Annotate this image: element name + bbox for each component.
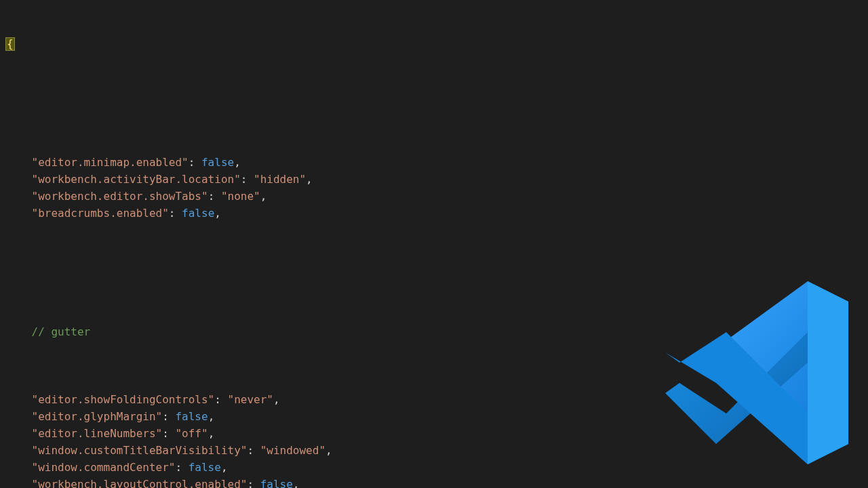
setting-key: "window.customTitleBarVisibility" [32, 444, 248, 457]
setting-line: "workbench.layoutControl.enabled": false… [5, 476, 868, 488]
setting-line: "workbench.editor.showTabs": "none", [5, 188, 868, 205]
setting-key: "workbench.layoutControl.enabled" [32, 478, 248, 488]
code-editor[interactable]: { "editor.minimap.enabled": false, "work… [0, 0, 868, 488]
setting-key: "window.commandCenter" [32, 461, 176, 474]
setting-value: false [182, 207, 214, 220]
setting-line: "editor.lineNumbers": "off", [5, 425, 868, 442]
setting-value: "none" [221, 190, 260, 203]
setting-value: "windowed" [260, 444, 326, 457]
setting-value: "off" [175, 427, 208, 440]
setting-value: false [201, 156, 234, 169]
setting-key: "editor.lineNumbers" [32, 427, 163, 440]
setting-value: "hidden" [254, 173, 306, 186]
setting-line: "window.commandCenter": false, [5, 459, 868, 476]
setting-line: "window.customTitleBarVisibility": "wind… [5, 442, 868, 459]
setting-key: "workbench.editor.showTabs" [32, 190, 208, 203]
setting-line: "editor.glyphMargin": false, [5, 408, 868, 425]
comment-gutter: // gutter [5, 323, 868, 340]
setting-value: false [260, 478, 293, 488]
setting-line: "breadcrumbs.enabled": false, [5, 205, 868, 222]
brace-open: { [5, 35, 868, 52]
setting-key: "editor.showFoldingControls" [32, 393, 215, 406]
setting-value: false [189, 461, 221, 474]
setting-line: "editor.minimap.enabled": false, [5, 154, 868, 171]
setting-value: false [175, 410, 208, 423]
blank-line [5, 86, 868, 103]
blank-line [5, 272, 868, 289]
setting-line: "workbench.activityBar.location": "hidde… [5, 171, 868, 188]
setting-key: "editor.glyphMargin" [32, 410, 163, 423]
setting-key: "editor.minimap.enabled" [32, 156, 189, 169]
setting-key: "workbench.activityBar.location" [32, 173, 241, 186]
setting-line: "editor.showFoldingControls": "never", [5, 391, 868, 408]
setting-value: "never" [228, 393, 273, 406]
setting-key: "breadcrumbs.enabled" [32, 207, 169, 220]
